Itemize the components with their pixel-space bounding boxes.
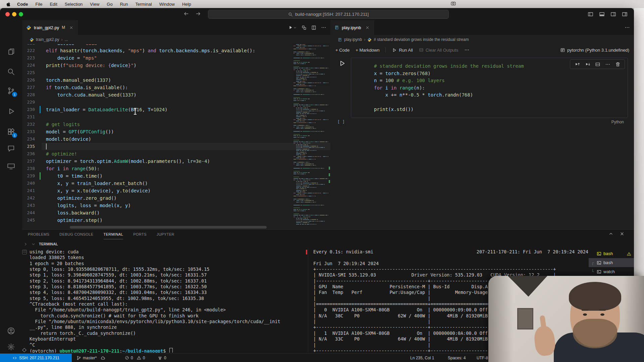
cell-code-line[interactable]: x += n**-0.5 * torch.randn(768) <box>374 92 628 99</box>
code-line-227[interactable]: 227if torch.cuda.is_available(): <box>22 84 330 91</box>
code-line-234[interactable]: 234model.to(device) <box>22 135 330 143</box>
run-all-button[interactable]: Run All <box>392 48 413 53</box>
menu-go[interactable]: Go <box>107 2 112 7</box>
execute-below-icon[interactable] <box>585 61 590 67</box>
more-actions-icon[interactable] <box>321 25 326 30</box>
code-line-240[interactable]: 240 x, y = train_loader.next_batch() <box>22 180 330 187</box>
traffic-light-close[interactable] <box>5 12 10 16</box>
command-center[interactable]: build-nanogpt [SSH: 207.211.170.211] <box>208 10 449 19</box>
close-tab-icon[interactable] <box>69 25 73 30</box>
cell-code-line[interactable]: print(x.std()) <box>374 106 628 113</box>
panel-tab-jupyter[interactable]: JUPYTER <box>157 230 174 239</box>
toggle-secondary-sidebar-icon[interactable] <box>610 11 616 17</box>
customize-layout-icon[interactable] <box>622 11 628 17</box>
code-line-239[interactable]: 239 t0 = time.time() <box>22 172 330 180</box>
clear-all-outputs-button[interactable]: Clear All Outputs <box>419 48 459 53</box>
code-line-230[interactable]: 230train_loader = DataLoaderLite(B=16, T… <box>22 106 330 113</box>
tab-play-ipynb[interactable]: play.ipynb <box>330 20 374 35</box>
breadcrumb-more[interactable]: ... <box>64 37 68 42</box>
notebook-cell[interactable]: # standard deviation grows inside the re… <box>351 58 628 118</box>
code-line-244[interactable]: 244 loss.backward() <box>22 209 330 217</box>
activity-ext[interactable]: 1 <box>4 125 18 138</box>
encoding-status[interactable]: UTF-8 <box>477 354 488 362</box>
code-line-235[interactable]: 235 <box>22 143 330 150</box>
cell-code-line[interactable]: for i in range(n): <box>374 84 628 92</box>
git-branch-status[interactable]: master* <box>76 354 105 362</box>
screen-camera-menu-icon[interactable] <box>450 1 456 6</box>
terminal-list-item-bash[interactable]: ┌bash <box>589 258 634 267</box>
activity-remote[interactable] <box>4 159 18 173</box>
execute-above-icon[interactable] <box>574 61 580 67</box>
cell-language[interactable]: Python <box>611 120 624 124</box>
terminal-list-item-watch[interactable]: └watch <box>589 267 634 276</box>
terminal-split-divider[interactable] <box>308 249 308 353</box>
menu-edit[interactable]: Edit <box>50 2 57 7</box>
traffic-light-minimize[interactable] <box>12 12 16 16</box>
cell-code-line[interactable]: n = 100 # e.g. 100 layers <box>374 77 628 84</box>
breadcrumb-right[interactable]: play.ipynb › # standard deviation grows … <box>330 35 634 44</box>
close-panel-icon[interactable] <box>620 231 625 236</box>
code-line-241[interactable]: 241 x, y = x.to(device), y.to(device) <box>22 187 330 194</box>
menu-code[interactable]: Code <box>17 2 28 7</box>
code-line-245[interactable]: 245 optimizer.step() <box>22 217 330 224</box>
breadcrumb-file[interactable]: play.ipynb <box>344 37 362 42</box>
panel-tab-ports[interactable]: PORTS <box>133 230 147 239</box>
code-line-225[interactable]: 225 <box>22 69 330 76</box>
cell-code-line[interactable]: x = torch.zeros(768) <box>374 70 628 77</box>
panel-tab-problems[interactable]: PROBLEMS <box>28 230 49 239</box>
horizontal-scrollbar[interactable] <box>70 226 267 229</box>
maximize-panel-icon[interactable] <box>608 231 613 236</box>
terminal-section-header[interactable]: TERMINAL <box>23 240 58 248</box>
ports-status[interactable]: 0 <box>158 354 166 362</box>
code-line-242[interactable]: 242 optimizer.zero_grad() <box>22 194 330 202</box>
add-markdown-cell-button[interactable]: + Markdown <box>356 48 379 53</box>
remote-indicator[interactable]: SSH: 207.211.170.211 <box>0 354 72 362</box>
panel-tab-debug-console[interactable]: DEBUG CONSOLE <box>59 230 93 239</box>
run-python-file-button[interactable] <box>288 25 297 30</box>
cell-code-line[interactable] <box>374 99 628 106</box>
menu-view[interactable]: View <box>90 2 99 7</box>
activity-branch[interactable]: 1 <box>4 84 18 98</box>
panel-tab-terminal[interactable]: TERMINAL <box>104 230 123 239</box>
code-line-229[interactable]: 229 <box>22 99 330 106</box>
code-line-238[interactable]: 238for i in range(50): <box>22 165 330 172</box>
close-tab-icon[interactable] <box>365 25 370 30</box>
activity-search[interactable] <box>4 65 18 78</box>
breadcrumb-left[interactable]: train_gpt2.py › ... <box>22 35 330 44</box>
breadcrumb-section[interactable]: # standard deviation grows inside the re… <box>374 37 469 42</box>
problems-status[interactable]: 0 0 <box>125 354 145 362</box>
menu-file[interactable]: File <box>36 2 43 7</box>
terminal-list-item-bash[interactable]: bash <box>589 249 634 258</box>
minimap[interactable] <box>293 44 328 225</box>
line-column-status[interactable]: Ln 235, Col 1 <box>410 354 434 362</box>
toggle-panel-icon[interactable] <box>599 11 605 17</box>
breadcrumb-file[interactable]: train_gpt2.py <box>36 37 59 42</box>
apple-logo-icon[interactable] <box>6 2 11 7</box>
menu-help[interactable]: Help <box>182 2 191 7</box>
code-line-237[interactable]: 237optimizer = torch.optim.AdamW(model.p… <box>22 158 330 165</box>
code-line-224[interactable]: 224print(f"using device: {device}") <box>22 62 330 69</box>
history-forward-icon[interactable] <box>195 11 201 17</box>
run-cell-icon[interactable] <box>338 60 346 67</box>
toolbar-more-button[interactable] <box>464 47 470 53</box>
code-line-222[interactable]: 222elif hasattr(torch.backends, "mps") a… <box>22 47 330 54</box>
code-line-223[interactable]: 223 device = "mps" <box>22 54 330 62</box>
code-editor[interactable]: 221 device = "cuda"222elif hasattr(torch… <box>22 44 330 229</box>
activity-debug[interactable] <box>4 105 18 118</box>
code-line-233[interactable]: 233model = GPT(GPTConfig()) <box>22 128 330 135</box>
activity-files[interactable] <box>4 45 18 58</box>
cell-more-icon[interactable] <box>605 62 610 67</box>
activity-account[interactable] <box>4 324 18 338</box>
code-line-236[interactable]: 236# optimize! <box>22 150 330 158</box>
tab-train-gpt2[interactable]: train_gpt2.py M <box>22 20 78 35</box>
menu-run[interactable]: Run <box>120 2 128 7</box>
indentation-status[interactable]: Spaces: 4 <box>448 354 466 362</box>
activity-chat[interactable] <box>4 142 18 155</box>
terminal-output-left[interactable]: using device: cudaloaded 338025 tokens1 … <box>30 249 304 353</box>
more-actions-icon[interactable] <box>625 25 630 30</box>
traffic-light-zoom[interactable] <box>19 12 23 16</box>
toggle-sidebar-icon[interactable] <box>588 11 593 17</box>
menu-terminal[interactable]: Terminal <box>136 2 152 7</box>
add-code-cell-button[interactable]: + Code <box>335 48 350 53</box>
kernel-picker[interactable]: pytorchn (Python 3.1.undefined) <box>560 48 629 53</box>
